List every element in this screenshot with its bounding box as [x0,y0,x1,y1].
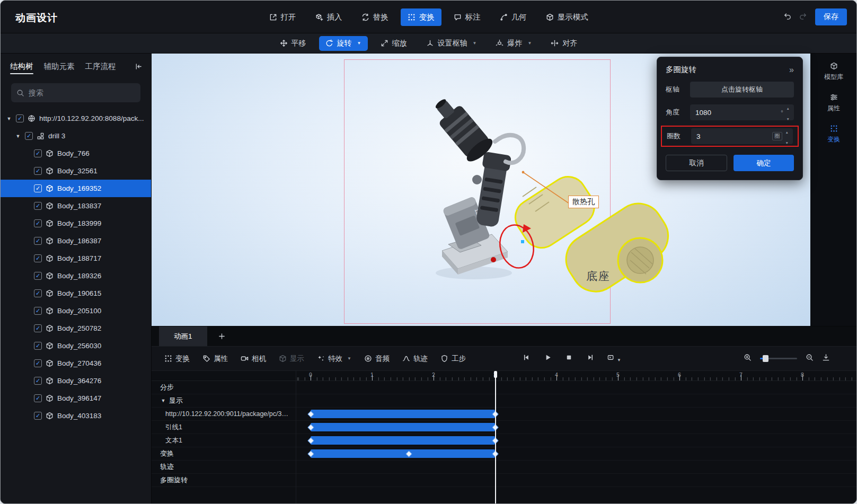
sidebar-tab-structure-tree[interactable]: 结构树 [10,54,33,79]
angle-value[interactable]: 1080 [695,109,778,117]
speed-button[interactable] [607,353,621,364]
checkbox[interactable] [34,342,42,350]
add-animation-button[interactable] [218,332,226,340]
topbar-tool-insert[interactable]: 插入 [308,8,349,26]
export-button[interactable] [822,353,830,364]
gizmo-handle[interactable] [521,240,524,243]
sidebar-tab-process-flow[interactable]: 工序流程 [85,54,116,79]
timeline-row-label[interactable]: http://10.122.92.200:9011/package/pc/3dc… [152,408,296,420]
timeline-row-label[interactable]: 分步 [152,381,296,394]
timeline-bar[interactable] [311,423,495,431]
checkbox[interactable] [34,202,42,210]
checkbox[interactable] [34,289,42,297]
toolbar-tool-scale[interactable]: 缩放 [374,36,413,51]
zoom-out-button[interactable] [806,353,814,364]
cancel-button[interactable]: 取消 [666,155,727,171]
toolbar-tool-rotate[interactable]: 旋转 [319,36,368,51]
timeline-row-label[interactable]: 引线1 [152,421,296,434]
rail-item-model-library[interactable]: 模型库 [824,62,843,82]
checkbox[interactable] [34,394,42,402]
topbar-tool-display-mode[interactable]: 显示模式 [539,8,595,26]
tree-row[interactable]: Body_190615 [1,285,151,302]
step-back-button[interactable] [523,353,531,364]
checkbox[interactable] [25,132,33,140]
turns-input[interactable]: 3 圈 [691,128,793,144]
toolbar-tool-align[interactable]: 对齐 [544,36,584,51]
tree-caret-icon[interactable] [15,134,21,139]
timeline-tool-properties[interactable]: 属性 [202,354,228,364]
checkbox[interactable] [34,307,42,315]
animation-tab[interactable]: 动画1 [159,326,207,346]
rail-item-transform[interactable]: 变换 [827,125,840,144]
checkbox[interactable] [34,359,42,367]
tree-row[interactable]: Body_169352 [1,180,151,197]
confirm-button[interactable]: 确定 [734,155,794,171]
tree-row[interactable]: Body_32561 [1,162,151,180]
search-input[interactable] [29,89,135,97]
toolbar-tool-pan[interactable]: 平移 [273,36,313,51]
timeline-track[interactable] [296,381,856,394]
tree-row[interactable]: Body_364276 [1,372,151,390]
timeline-row-label[interactable]: 显示 [152,394,296,407]
timeline-row-label[interactable]: 文本1 [152,434,296,447]
tree-row[interactable]: Body_403183 [1,407,151,425]
timeline-row-label[interactable]: 变换 [152,447,296,460]
timeline-track[interactable] [296,394,856,407]
stop-button[interactable] [565,353,573,364]
tree-row[interactable]: Body_396147 [1,390,151,407]
timeline-tool-audio[interactable]: 音频 [364,354,390,364]
checkbox[interactable] [34,412,42,420]
tree-row[interactable]: Body_183837 [1,197,151,215]
step-down-icon[interactable] [787,113,790,122]
toolbar-tool-explode[interactable]: 爆炸 [489,36,538,51]
checkbox[interactable] [34,237,42,245]
trigger-part[interactable] [472,175,482,184]
topbar-tool-transform[interactable]: 变换 [401,8,441,26]
step-up-icon[interactable] [785,126,789,136]
zoom-in-button[interactable] [744,353,752,364]
tree-row[interactable]: Body_250782 [1,320,151,337]
tree-row[interactable]: Body_188717 [1,250,151,267]
play-button[interactable] [544,353,552,364]
angle-input[interactable]: 1080 ° [690,104,794,120]
annotation-label[interactable]: 散热孔 [568,196,599,208]
step-forward-button[interactable] [586,353,594,364]
topbar-tool-open[interactable]: 打开 [262,8,303,26]
save-button[interactable]: 保存 [815,8,847,25]
timeline-row-label[interactable]: 多圈旋转 [152,474,296,487]
checkbox[interactable] [34,149,42,157]
timeline-bar[interactable] [311,449,495,458]
timeline-tool-camera[interactable]: 相机 [241,354,266,364]
topbar-tool-geometry[interactable]: 几何 [493,8,534,26]
checkbox[interactable] [34,324,42,332]
playhead[interactable] [495,371,496,503]
checkbox[interactable] [34,377,42,385]
row-caret-icon[interactable] [160,398,166,403]
angle-stepper[interactable] [787,102,790,122]
timeline-track[interactable] [296,434,856,447]
timeline-tool-trajectory[interactable]: 轨迹 [402,354,428,364]
sidebar-tab-aux-elements[interactable]: 辅助元素 [44,54,75,79]
pick-pivot-button[interactable]: 点击旋转枢轴 [690,82,794,98]
rail-item-properties[interactable]: 属性 [827,93,840,113]
zoom-slider[interactable] [760,358,797,359]
checkbox[interactable] [16,114,24,122]
collapse-panel-icon[interactable] [789,66,794,74]
timeline-bar[interactable] [311,436,495,445]
redo-button[interactable] [799,12,807,22]
tree-caret-icon[interactable] [6,116,12,121]
zoom-slider-handle[interactable] [763,355,768,362]
turns-value[interactable]: 3 [696,132,769,140]
search-box[interactable] [11,83,140,102]
timeline-bar[interactable] [311,410,495,418]
checkbox[interactable] [34,219,42,227]
timeline-row-label[interactable]: 轨迹 [152,461,296,473]
collapse-sidebar-icon[interactable] [135,63,143,70]
step-down-icon[interactable] [785,137,789,146]
timeline-track[interactable] [296,447,856,460]
tree-row[interactable]: Body_256030 [1,337,151,355]
timeline-track[interactable] [296,421,856,434]
topbar-tool-replace[interactable]: 替换 [355,8,395,26]
checkbox[interactable] [34,167,42,175]
undo-button[interactable] [783,12,791,22]
